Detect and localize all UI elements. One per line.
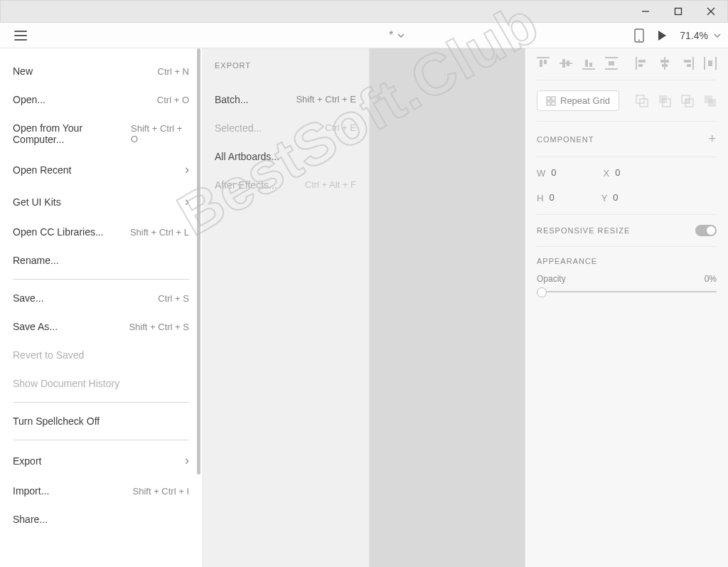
bool-intersect-icon[interactable] [681, 95, 694, 107]
menu-item-import[interactable]: Import...Shift + Ctrl + I [13, 477, 189, 505]
dim-width[interactable]: W0 [537, 167, 557, 179]
svg-rect-11 [567, 60, 569, 66]
menu-item-history: Show Document History [13, 369, 189, 398]
align-left-icon[interactable] [636, 57, 648, 70]
chevron-right-icon: › [185, 162, 189, 177]
submenu-item-artboards[interactable]: All Artboards... [215, 142, 356, 171]
play-icon[interactable] [657, 30, 667, 41]
svg-rect-22 [660, 60, 669, 63]
zoom-dropdown[interactable]: 71.4% [680, 30, 721, 41]
opacity-value: 0% [705, 274, 717, 284]
svg-rect-18 [636, 57, 637, 70]
canvas-area[interactable] [370, 48, 525, 567]
distribute-h-icon[interactable] [704, 57, 717, 70]
mobile-preview-icon[interactable] [634, 28, 644, 43]
export-submenu: EXPORT Batch...Shift + Ctrl + E Selected… [202, 48, 370, 567]
close-button[interactable] [695, 1, 727, 22]
hamburger-menu-icon[interactable] [11, 26, 30, 45]
distribute-v-icon[interactable] [605, 57, 618, 70]
svg-rect-26 [687, 64, 691, 67]
bool-union-icon[interactable] [636, 95, 648, 107]
svg-rect-33 [552, 102, 555, 105]
svg-rect-20 [638, 64, 643, 67]
menu-item-revert: Revert to Saved [13, 341, 189, 369]
menu-item-save-as[interactable]: Save As...Shift + Ctrl + S [13, 312, 189, 341]
menu-item-save[interactable]: Save...Ctrl + S [13, 284, 189, 312]
dim-height[interactable]: H0 [537, 192, 555, 204]
menu-item-export[interactable]: Export› [13, 445, 189, 477]
svg-rect-32 [547, 102, 550, 105]
dim-y[interactable]: Y0 [601, 192, 619, 204]
document-dropdown[interactable]: * [389, 29, 405, 42]
document-modified-indicator: * [389, 29, 393, 42]
svg-rect-13 [585, 60, 588, 67]
svg-rect-8 [544, 60, 547, 64]
repeat-grid-button[interactable]: Repeat Grid [537, 90, 619, 111]
svg-rect-10 [562, 59, 565, 68]
align-right-icon[interactable] [681, 57, 694, 70]
responsive-toggle[interactable] [695, 225, 717, 236]
grid-icon [546, 96, 556, 106]
minimize-button[interactable] [629, 1, 662, 22]
svg-point-5 [638, 39, 640, 41]
align-top-icon[interactable] [537, 57, 550, 70]
dim-x[interactable]: X0 [604, 167, 621, 179]
add-component-icon[interactable]: + [708, 132, 717, 147]
properties-panel: Repeat Grid COMPONENT + W0 X0 H0 Y0 [525, 48, 728, 567]
window-titlebar [0, 0, 728, 23]
menu-item-share[interactable]: Share... [13, 505, 189, 534]
svg-rect-12 [582, 68, 595, 70]
menu-item-open[interactable]: Open...Ctrl + O [13, 85, 189, 114]
chevron-down-icon [397, 33, 405, 38]
svg-rect-19 [638, 60, 646, 63]
bool-exclude-icon[interactable] [704, 95, 717, 107]
scrollbar[interactable] [197, 48, 200, 475]
svg-rect-23 [662, 64, 668, 67]
svg-rect-24 [692, 57, 694, 70]
submenu-item-selected: Selected...Ctrl + E [215, 114, 356, 142]
svg-rect-17 [609, 61, 614, 65]
svg-rect-1 [675, 9, 682, 15]
menu-item-cc-libraries[interactable]: Open CC Libraries...Shift + Ctrl + L [13, 218, 189, 246]
svg-rect-16 [605, 68, 618, 70]
bool-subtract-icon[interactable] [658, 95, 671, 107]
menu-divider [13, 440, 189, 440]
submenu-item-after-effects: After Effects...Ctrl + Alt + F [215, 171, 356, 199]
svg-rect-29 [708, 60, 712, 66]
svg-rect-9 [560, 63, 572, 64]
menu-divider [13, 402, 189, 403]
appearance-section-title: APPEARANCE [537, 257, 717, 265]
menu-item-ui-kits[interactable]: Get UI Kits› [13, 186, 189, 218]
svg-rect-27 [704, 57, 705, 70]
svg-rect-15 [605, 57, 618, 58]
svg-rect-21 [664, 57, 665, 70]
top-toolbar: * 71.4% [0, 23, 728, 48]
svg-rect-31 [552, 97, 555, 100]
align-hcenter-icon[interactable] [658, 57, 671, 70]
menu-divider [13, 279, 189, 280]
svg-rect-14 [589, 63, 592, 67]
submenu-item-batch[interactable]: Batch...Shift + Ctrl + E [215, 85, 356, 114]
align-bottom-icon[interactable] [582, 57, 595, 70]
menu-item-new[interactable]: NewCtrl + N [13, 57, 189, 85]
zoom-value: 71.4% [680, 30, 708, 41]
menu-item-spellcheck[interactable]: Turn Spellcheck Off [13, 407, 189, 435]
menu-item-open-computer[interactable]: Open from Your Computer...Shift + Ctrl +… [13, 114, 189, 154]
chevron-right-icon: › [185, 453, 189, 468]
svg-rect-30 [547, 97, 550, 100]
svg-rect-25 [684, 60, 691, 63]
chevron-down-icon [714, 33, 721, 38]
svg-rect-28 [715, 57, 717, 70]
submenu-title: EXPORT [215, 61, 356, 70]
align-vcenter-icon[interactable] [560, 57, 572, 70]
maximize-button[interactable] [662, 1, 695, 22]
chevron-right-icon: › [185, 194, 189, 209]
svg-rect-6 [537, 57, 550, 58]
component-section-title: COMPONENT [537, 135, 594, 144]
file-menu: NewCtrl + N Open...Ctrl + O Open from Yo… [0, 48, 202, 567]
responsive-section-title: RESPONSIVE RESIZE [537, 226, 630, 235]
opacity-slider[interactable] [537, 291, 717, 292]
menu-item-open-recent[interactable]: Open Recent› [13, 154, 189, 186]
menu-item-rename[interactable]: Rename... [13, 246, 189, 275]
svg-rect-7 [540, 60, 542, 67]
